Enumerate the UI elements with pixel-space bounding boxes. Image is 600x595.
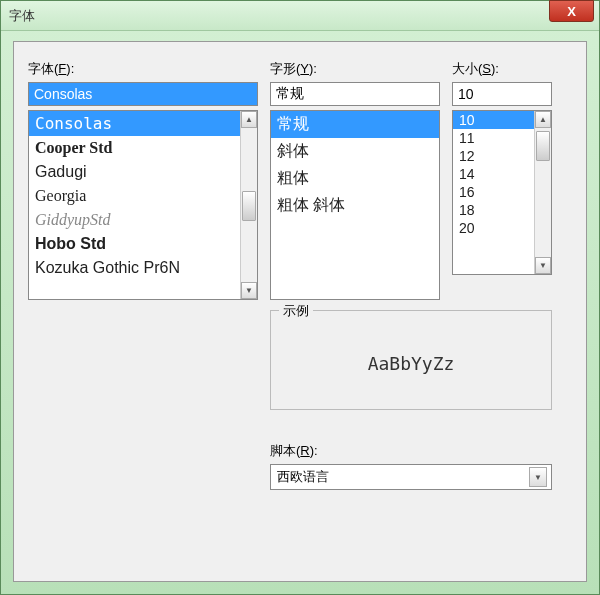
size-list-item[interactable]: 12 [453,147,534,165]
font-list-item[interactable]: Kozuka Gothic Pr6N [29,256,240,280]
style-list-item[interactable]: 粗体 斜体 [271,192,439,219]
sample-text: AaBbYyZz [368,353,455,374]
scroll-thumb[interactable] [242,191,256,221]
font-list-item[interactable]: Gadugi [29,160,240,184]
style-listbox[interactable]: 常规斜体粗体粗体 斜体 [270,110,440,300]
size-list-item[interactable]: 18 [453,201,534,219]
style-column: 字形(Y): 常规斜体粗体粗体 斜体 [270,60,440,300]
font-list-item[interactable]: GiddyupStd [29,208,240,232]
size-column: 大小(S): 10111214161820 ▲ ▼ [452,60,552,300]
dialog-content: 字体(F): ConsolasCooper StdGadugiGeorgiaGi… [13,41,587,582]
font-column: 字体(F): ConsolasCooper StdGadugiGeorgiaGi… [28,60,258,300]
sample-box: 示例 AaBbYyZz [270,310,552,410]
window-title: 字体 [9,7,35,25]
scroll-down-icon[interactable]: ▼ [535,257,551,274]
sample-group: 示例 AaBbYyZz [270,310,552,410]
scroll-up-icon[interactable]: ▲ [535,111,551,128]
scroll-up-icon[interactable]: ▲ [241,111,257,128]
script-group: 脚本(R): 西欧语言 ▼ [270,442,552,490]
font-input[interactable] [28,82,258,106]
font-scrollbar[interactable]: ▲ ▼ [240,111,257,299]
font-list-item[interactable]: Hobo Std [29,232,240,256]
chevron-down-icon: ▼ [529,467,547,487]
scroll-thumb[interactable] [536,131,550,161]
font-list-item[interactable]: Georgia [29,184,240,208]
font-dialog: 字体 X 字体(F): ConsolasCooper StdGadugiGeor… [0,0,600,595]
style-list-item[interactable]: 斜体 [271,138,439,165]
size-list-item[interactable]: 20 [453,219,534,237]
script-label: 脚本(R): [270,442,552,460]
style-label: 字形(Y): [270,60,440,78]
size-listbox[interactable]: 10111214161820 ▲ ▼ [452,110,552,275]
size-list-item[interactable]: 14 [453,165,534,183]
font-list-item[interactable]: Cooper Std [29,136,240,160]
size-list-item[interactable]: 10 [453,111,534,129]
size-input[interactable] [452,82,552,106]
script-value: 西欧语言 [277,468,329,486]
scroll-down-icon[interactable]: ▼ [241,282,257,299]
close-button[interactable]: X [549,0,594,22]
top-row: 字体(F): ConsolasCooper StdGadugiGeorgiaGi… [28,60,572,300]
font-listbox[interactable]: ConsolasCooper StdGadugiGeorgiaGiddyupSt… [28,110,258,300]
script-combobox[interactable]: 西欧语言 ▼ [270,464,552,490]
style-list-item[interactable]: 常规 [271,111,439,138]
style-input[interactable] [270,82,440,106]
font-list-item[interactable]: Consolas [29,111,240,136]
style-list-item[interactable]: 粗体 [271,165,439,192]
size-list-item[interactable]: 16 [453,183,534,201]
size-label: 大小(S): [452,60,552,78]
close-icon: X [567,4,576,19]
size-list-item[interactable]: 11 [453,129,534,147]
font-label: 字体(F): [28,60,258,78]
sample-label: 示例 [279,302,313,320]
titlebar: 字体 X [1,1,599,31]
size-scrollbar[interactable]: ▲ ▼ [534,111,551,274]
